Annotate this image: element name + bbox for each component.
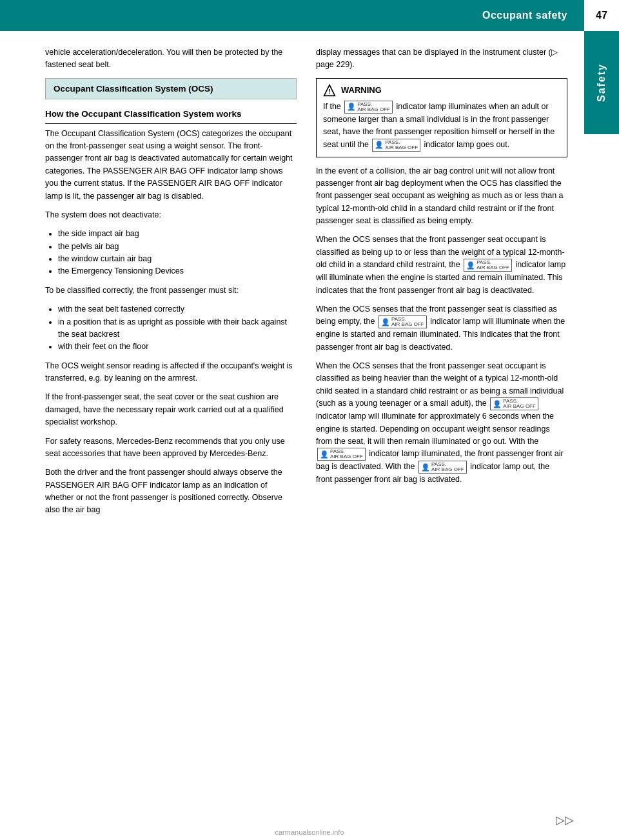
safety-tab-label: Safety xyxy=(596,63,607,102)
page-number: 47 xyxy=(584,0,619,31)
deactivate-list: the side impact air bag the pelvis air b… xyxy=(54,228,297,278)
svg-text:!: ! xyxy=(328,88,330,95)
header-bar: Occupant safety xyxy=(0,0,619,31)
indicator-icon-4: 👤 PASS.AIR BAG OFF xyxy=(378,315,427,328)
paragraph-ocs-weight: The OCS weight sensor reading is affecte… xyxy=(45,360,297,385)
paragraph-ocs-intro: The Occupant Classification System (OCS)… xyxy=(45,128,297,203)
indicator-icon-5: 👤 PASS.AIR BAG OFF xyxy=(490,397,538,410)
warning-box: ! WARNING If the 👤 PASS.AIR BAG OFF indi… xyxy=(316,78,567,157)
warning-body: If the 👤 PASS.AIR BAG OFF indicator lamp… xyxy=(323,101,560,152)
list-item: the pelvis air bag xyxy=(58,241,297,253)
warning-triangle-icon: ! xyxy=(323,84,336,97)
right-column: display messages that can be displayed i… xyxy=(316,46,567,523)
intro-text: vehicle acceleration/deceleration. You w… xyxy=(45,46,297,72)
paragraph-heavier: When the OCS senses that the front passe… xyxy=(316,360,567,486)
section-box-label: Occupant Classification System (OCS) xyxy=(54,84,213,94)
indicator-icon-2: 👤 PASS.AIR BAG OFF xyxy=(372,139,420,152)
indicator-icon-7: 👤 PASS.AIR BAG OFF xyxy=(418,461,467,474)
list-item: the side impact air bag xyxy=(58,228,297,240)
section-box-ocs: Occupant Classification System (OCS) xyxy=(45,78,297,99)
paragraph-seat-damage: If the front-passenger seat, the seat co… xyxy=(45,391,297,428)
paragraph-empty: When the OCS senses that the front passe… xyxy=(316,303,567,354)
safety-tab: Safety xyxy=(584,31,619,134)
list-item: in a position that is as upright as poss… xyxy=(58,316,297,341)
indicator-icon-1: 👤 PASS.AIR BAG OFF xyxy=(344,101,393,114)
list-item: with the seat belt fastened correctly xyxy=(58,303,297,315)
person-icon-2: 👤 xyxy=(375,141,384,149)
person-icon: 👤 xyxy=(347,103,356,111)
classified-list: with the seat belt fastened correctly in… xyxy=(54,303,297,354)
classified-intro: To be classified correctly, the front pa… xyxy=(45,285,297,297)
list-item: with their feet on the floor xyxy=(58,341,297,353)
header-title: Occupant safety xyxy=(482,10,567,21)
list-item: the window curtain air bag xyxy=(58,253,297,265)
watermark: carmanualsonline.info xyxy=(275,828,344,836)
continue-arrow: ▷▷ xyxy=(556,813,574,827)
main-content: vehicle acceleration/deceleration. You w… xyxy=(0,31,619,539)
paragraph-12month: When the OCS senses that the front passe… xyxy=(316,234,567,297)
paragraph-safety-reasons: For safety reasons, Mercedes-Benz recomm… xyxy=(45,435,297,461)
left-column: vehicle acceleration/deceleration. You w… xyxy=(45,46,297,523)
indicator-icon-6: 👤 PASS.AIR BAG OFF xyxy=(317,448,366,461)
indicator-icon-3: 👤 PASS.AIR BAG OFF xyxy=(464,259,512,272)
warning-label: WARNING xyxy=(341,85,382,95)
list-item: the Emergency Tensioning Devices xyxy=(58,265,297,277)
paragraph-collision: In the event of a collision, the air bag… xyxy=(316,165,567,228)
section-heading: How the Occupant Classification System w… xyxy=(45,108,297,124)
paragraph-driver-observe: Both the driver and the front passenger … xyxy=(45,466,297,517)
continue-text: display messages that can be displayed i… xyxy=(316,46,567,72)
deactivate-intro: The system does not deactivate: xyxy=(45,209,297,221)
warning-header: ! WARNING xyxy=(323,84,560,97)
